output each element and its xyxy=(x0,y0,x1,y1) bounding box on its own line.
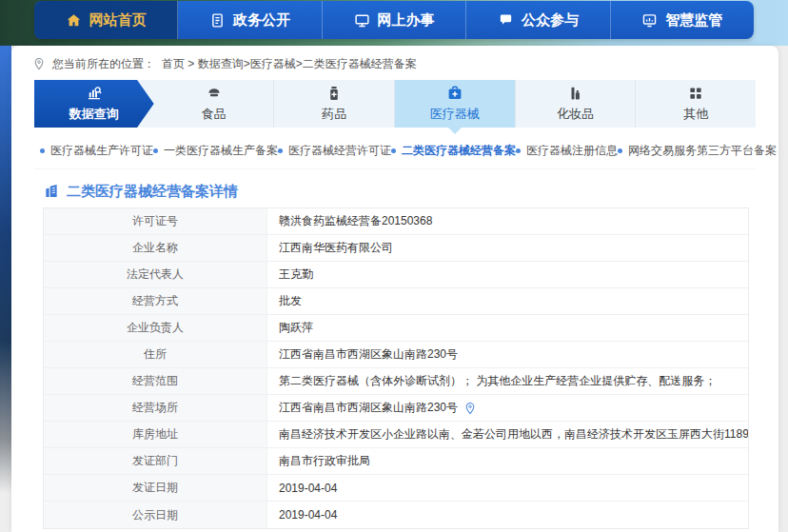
row-value: 赣洪食药监械经营备20150368 xyxy=(279,213,432,229)
row-label: 公示日期 xyxy=(132,507,178,523)
dashboard-icon xyxy=(641,12,658,29)
category-tab[interactable]: 化妆品 xyxy=(516,80,637,128)
category-tab-label: 数据查询 xyxy=(69,106,119,123)
food-icon xyxy=(206,85,223,102)
row-value: 批发 xyxy=(279,293,302,309)
main-nav: 网站首页 政务公开 网上办事 公众参与 智慧监管 xyxy=(34,1,754,39)
row-label-cell: 住所 xyxy=(44,342,267,367)
row-label: 库房地址 xyxy=(132,426,178,443)
row-value-cell: 第二类医疗器械（含体外诊断试剂）； 为其他企业生产经营企业提供贮存、配送服务； xyxy=(267,368,748,394)
subnav-item-label: 二类医疗器械经营备案 xyxy=(402,143,516,159)
table-row: 企业负责人 陶跃萍 xyxy=(44,315,748,342)
subnav-item[interactable]: 二类医疗器械经营备案 xyxy=(391,143,516,159)
breadcrumb: 您当前所在的位置： 首页 > 数据查询>医疗器械>二类医疗器械经营备案 xyxy=(32,55,756,72)
row-label-cell: 经营场所 xyxy=(44,395,267,421)
table-row: 发证部门 南昌市行政审批局 xyxy=(44,448,748,475)
subnav-item[interactable]: 医疗器械经营许可证 xyxy=(278,143,391,159)
bullet-dot xyxy=(40,148,45,153)
category-tab-label: 化妆品 xyxy=(557,106,594,123)
row-value: 南昌经济技术开发区小企业路以南、金若公司用地以西，南昌经济技术开发区玉屏西大街1… xyxy=(279,426,748,443)
row-value-cell: 王克勤 xyxy=(267,262,748,287)
subnav-item-label: 医疗器械注册信息 xyxy=(526,143,618,159)
row-label: 企业名称 xyxy=(132,240,178,256)
monitor-icon xyxy=(354,12,370,29)
row-label: 发证部门 xyxy=(132,453,178,469)
chat-icon xyxy=(498,12,514,29)
row-value: 江西省南昌市西湖区象山南路230号 xyxy=(279,400,458,416)
row-value-cell: 江西南华医药有限公司 xyxy=(267,235,748,261)
bullet-dot xyxy=(516,148,521,153)
row-value-cell: 2019-04-04 xyxy=(267,502,748,528)
nav-item[interactable]: 网上办事 xyxy=(323,1,466,39)
row-label: 发证日期 xyxy=(132,480,178,496)
subnav-item[interactable]: 一类医疗器械生产备案 xyxy=(153,143,278,159)
subnav: 医疗器械生产许可证 一类医疗器械生产备案 医疗器械经营许可证 二类医疗器械经营备… xyxy=(34,135,756,169)
nav-item[interactable]: 智慧监管 xyxy=(611,1,754,39)
category-tab-label: 食品 xyxy=(202,106,227,123)
nav-item[interactable]: 网站首页 xyxy=(34,1,178,39)
row-label-cell: 经营方式 xyxy=(44,288,267,314)
row-label-cell: 企业负责人 xyxy=(44,315,267,341)
subnav-item[interactable]: 网络交易服务第三方平台备案 xyxy=(618,143,777,159)
breadcrumb-label: 您当前所在的位置： xyxy=(52,56,155,72)
drug-icon xyxy=(325,85,343,102)
nav-item-label: 智慧监管 xyxy=(665,11,722,30)
medical-device-icon xyxy=(446,85,463,102)
nav-item-label: 网上办事 xyxy=(378,11,435,30)
row-label-cell: 发证部门 xyxy=(44,448,267,474)
row-value-cell: 陶跃萍 xyxy=(267,315,748,341)
row-value: 2019-04-04 xyxy=(279,508,337,522)
breadcrumb-path[interactable]: 首页 > 数据查询>医疗器械>二类医疗器械经营备案 xyxy=(162,56,417,72)
row-label-cell: 企业名称 xyxy=(44,235,267,261)
nav-item[interactable]: 公众参与 xyxy=(466,1,610,39)
row-label: 法定代表人 xyxy=(127,266,184,283)
subnav-item-label: 医疗器械经营许可证 xyxy=(288,143,391,159)
row-value: 陶跃萍 xyxy=(279,320,313,336)
bullet-dot xyxy=(153,148,158,153)
row-value-cell: 2019-04-04 xyxy=(267,475,748,501)
nav-item-label: 政务公开 xyxy=(233,11,290,30)
pin-icon xyxy=(32,57,46,70)
category-tab[interactable]: 数据查询 xyxy=(34,80,154,128)
row-label-cell: 发证日期 xyxy=(44,475,267,501)
row-label-cell: 库房地址 xyxy=(44,422,267,447)
section-title: 二类医疗器械经营备案详情 xyxy=(43,181,778,202)
row-value: 2019-04-04 xyxy=(279,482,337,495)
category-tab[interactable]: 其他 xyxy=(636,80,756,128)
category-tab[interactable]: 药品 xyxy=(274,80,395,128)
row-label: 住所 xyxy=(144,346,167,363)
subnav-item[interactable]: 医疗器械注册信息 xyxy=(516,143,618,159)
row-value: 第二类医疗器械（含体外诊断试剂）； 为其他企业生产经营企业提供贮存、配送服务； xyxy=(279,373,716,389)
table-row: 经营场所 江西省南昌市西湖区象山南路230号 xyxy=(44,395,748,422)
subnav-item[interactable]: 医疗器械生产许可证 xyxy=(40,143,153,159)
table-row: 企业名称 江西南华医药有限公司 xyxy=(44,235,748,262)
category-tab-label: 医疗器械 xyxy=(430,106,480,123)
other-icon xyxy=(687,85,704,102)
subnav-item-label: 医疗器械生产许可证 xyxy=(50,143,153,159)
table-row: 法定代表人 王克勤 xyxy=(44,262,748,288)
row-value-cell: 南昌市行政审批局 xyxy=(267,448,748,474)
table-row: 发证日期 2019-04-04 xyxy=(44,475,748,502)
row-value: 王克勤 xyxy=(279,266,313,283)
content-card: 您当前所在的位置： 首页 > 数据查询>医疗器械>二类医疗器械经营备案 数据查询… xyxy=(11,46,778,532)
bullet-dot xyxy=(618,148,622,153)
nav-item[interactable]: 政务公开 xyxy=(178,1,322,39)
category-tab[interactable]: 食品 xyxy=(154,80,275,128)
subnav-item-label: 网络交易服务第三方平台备案 xyxy=(628,143,777,159)
bullet-dot xyxy=(391,148,396,153)
table-row: 许可证号 赣洪食药监械经营备20150368 xyxy=(44,208,748,235)
row-label: 经营方式 xyxy=(132,293,178,309)
table-row: 经营范围 第二类医疗器械（含体外诊断试剂）； 为其他企业生产经营企业提供贮存、配… xyxy=(44,368,748,395)
detail-table: 许可证号 赣洪食药监械经营备20150368 企业名称 江西南华医药有限公司 xyxy=(43,207,749,529)
row-value-cell: 江西省南昌市西湖区象山南路230号 xyxy=(267,342,748,367)
row-value-cell: 南昌经济技术开发区小企业路以南、金若公司用地以西，南昌经济技术开发区玉屏西大街1… xyxy=(267,422,748,447)
location-icon[interactable] xyxy=(463,402,477,415)
category-tab[interactable]: 医疗器械 xyxy=(395,80,516,128)
left-edge-strip xyxy=(0,46,11,493)
table-row: 公示日期 2019-04-04 xyxy=(44,502,748,528)
row-label: 经营范围 xyxy=(132,373,178,389)
bullet-dot xyxy=(278,148,283,153)
cosmetics-icon xyxy=(567,85,584,102)
table-row: 库房地址 南昌经济技术开发区小企业路以南、金若公司用地以西，南昌经济技术开发区玉… xyxy=(44,422,748,448)
row-label: 企业负责人 xyxy=(127,320,184,336)
